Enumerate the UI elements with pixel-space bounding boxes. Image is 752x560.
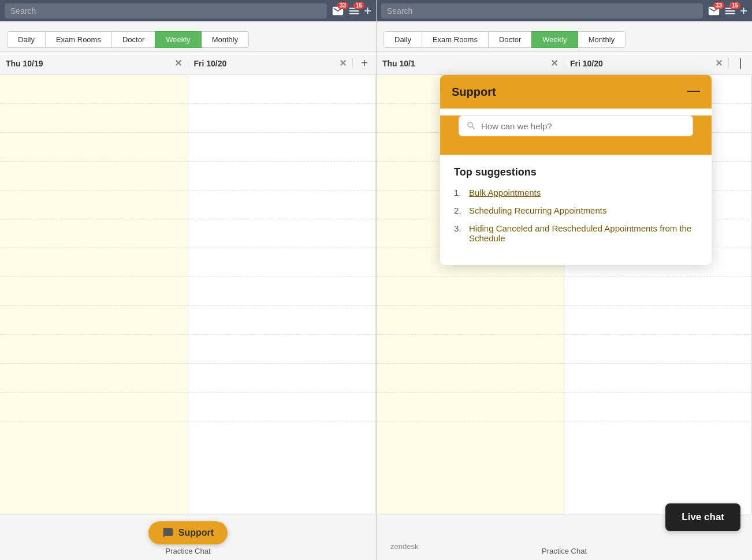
modal-search-container bbox=[440, 115, 712, 155]
right-row bbox=[564, 306, 751, 335]
modal-search-input[interactable] bbox=[481, 121, 686, 131]
list-item: 2. Scheduling Recurring Appointments bbox=[454, 206, 698, 215]
left-panel: 33 15 + Daily Exam Rooms Doctor Weekly M… bbox=[0, 0, 376, 560]
right-row bbox=[377, 306, 564, 335]
left-calendar-grid bbox=[0, 75, 376, 514]
suggestion-link-1[interactable]: Bulk Appointments bbox=[469, 188, 541, 197]
left-row bbox=[188, 335, 376, 364]
left-topbar: 33 15 + bbox=[0, 0, 376, 21]
right-date-fri-label: Fri 10/20 bbox=[570, 59, 603, 68]
left-row bbox=[188, 364, 376, 393]
right-mail-badge: 33 bbox=[713, 2, 724, 9]
right-panel: 33 15 + Daily Exam Rooms Doctor Weekly M… bbox=[376, 0, 752, 560]
left-row bbox=[188, 248, 376, 277]
left-date-fri-close[interactable]: ✕ bbox=[339, 58, 347, 69]
left-row bbox=[0, 248, 188, 277]
left-tabbar: Daily Exam Rooms Doctor Weekly Monthly bbox=[0, 21, 376, 52]
left-row bbox=[0, 162, 188, 191]
zendesk-label: zendesk bbox=[390, 542, 418, 551]
right-row bbox=[564, 421, 751, 450]
left-col-fri bbox=[188, 75, 377, 514]
tab-monthly-left[interactable]: Monthly bbox=[201, 31, 250, 48]
right-date-thu-close[interactable]: ✕ bbox=[550, 58, 558, 69]
left-row bbox=[0, 191, 188, 219]
suggestion-num-2: 2. bbox=[454, 206, 464, 215]
tab-daily-right[interactable]: Daily bbox=[384, 31, 422, 48]
right-search-input[interactable] bbox=[381, 3, 703, 18]
left-row bbox=[188, 162, 376, 191]
left-topbar-icons: 33 15 + bbox=[332, 5, 371, 17]
modal-search-box bbox=[459, 115, 693, 136]
right-date-thu: Thu 10/1 ✕ bbox=[377, 58, 564, 69]
left-row bbox=[188, 104, 376, 133]
right-row bbox=[564, 393, 751, 421]
left-row bbox=[188, 75, 376, 104]
modal-minimize-button[interactable]: — bbox=[687, 84, 700, 97]
tab-daily-left[interactable]: Daily bbox=[7, 31, 46, 48]
right-row bbox=[564, 364, 751, 393]
left-row bbox=[0, 277, 188, 306]
left-row bbox=[188, 306, 376, 335]
right-topbar-icons: 33 15 + bbox=[708, 5, 747, 17]
right-date-add[interactable]: | bbox=[729, 57, 752, 70]
left-mail-badge: 33 bbox=[337, 2, 348, 9]
left-date-thu-close[interactable]: ✕ bbox=[174, 58, 182, 69]
right-date-thu-label: Thu 10/1 bbox=[382, 59, 415, 68]
suggestion-list: 1. Bulk Appointments 2. Scheduling Recur… bbox=[454, 188, 698, 243]
tab-doctor-right[interactable]: Doctor bbox=[488, 31, 532, 48]
left-row bbox=[188, 133, 376, 162]
right-list-icon[interactable]: 15 bbox=[724, 5, 736, 17]
tab-examrooms-right[interactable]: Exam Rooms bbox=[422, 31, 489, 48]
left-list-icon[interactable]: 15 bbox=[348, 5, 360, 17]
left-search-input[interactable] bbox=[5, 3, 327, 18]
left-date-thu: Thu 10/19 ✕ bbox=[0, 58, 188, 69]
chat-bubble-icon bbox=[162, 527, 174, 539]
list-item: 1. Bulk Appointments bbox=[454, 188, 698, 197]
right-row bbox=[377, 335, 564, 364]
right-row bbox=[377, 364, 564, 393]
right-date-row: Thu 10/1 ✕ Fri 10/20 ✕ | bbox=[377, 52, 752, 75]
tab-weekly-right[interactable]: Weekly bbox=[531, 31, 578, 48]
left-row bbox=[0, 133, 188, 162]
suggestions-title: Top suggestions bbox=[454, 166, 698, 178]
right-row bbox=[564, 335, 751, 364]
tab-examrooms-left[interactable]: Exam Rooms bbox=[45, 31, 112, 48]
right-footer: zendesk Practice Chat Live chat bbox=[377, 514, 752, 560]
left-row bbox=[0, 364, 188, 393]
live-chat-button[interactable]: Live chat bbox=[665, 503, 740, 531]
left-col-thu bbox=[0, 75, 188, 514]
support-button[interactable]: Support bbox=[148, 521, 228, 544]
left-row bbox=[188, 191, 376, 219]
left-date-thu-label: Thu 10/19 bbox=[6, 59, 43, 68]
left-footer: Support Practice Chat bbox=[0, 514, 376, 560]
tab-monthly-right[interactable]: Monthly bbox=[578, 31, 626, 48]
left-row bbox=[188, 219, 376, 248]
support-modal: Support — Top suggestions 1. Bulk Appoin… bbox=[440, 75, 712, 265]
left-row bbox=[0, 104, 188, 133]
left-add-button[interactable]: + bbox=[364, 5, 371, 17]
right-topbar: 33 15 + bbox=[377, 0, 752, 21]
left-row bbox=[0, 306, 188, 335]
left-mail-icon[interactable]: 33 bbox=[332, 5, 344, 17]
right-row bbox=[377, 393, 564, 421]
right-row bbox=[377, 421, 564, 450]
left-row bbox=[0, 421, 188, 450]
suggestion-num-3: 3. bbox=[454, 223, 464, 233]
tab-weekly-left[interactable]: Weekly bbox=[155, 31, 201, 48]
right-mail-icon[interactable]: 33 bbox=[708, 5, 720, 17]
tab-doctor-left[interactable]: Doctor bbox=[111, 31, 155, 48]
right-row bbox=[564, 277, 751, 306]
left-row bbox=[0, 219, 188, 248]
suggestion-num-1: 1. bbox=[454, 188, 464, 197]
support-button-label: Support bbox=[178, 528, 214, 538]
suggestion-text-3: Hiding Canceled and Rescheduled Appointm… bbox=[469, 223, 698, 243]
right-date-fri: Fri 10/20 ✕ bbox=[564, 58, 729, 69]
left-row bbox=[188, 393, 376, 421]
modal-title: Support bbox=[452, 85, 496, 99]
right-row bbox=[377, 277, 564, 306]
right-tabbar: Daily Exam Rooms Doctor Weekly Monthly bbox=[377, 21, 752, 52]
right-add-button[interactable]: + bbox=[740, 5, 747, 17]
right-date-fri-close[interactable]: ✕ bbox=[715, 58, 723, 69]
left-date-add[interactable]: + bbox=[353, 57, 376, 70]
modal-body: Top suggestions 1. Bulk Appointments 2. … bbox=[440, 155, 712, 265]
